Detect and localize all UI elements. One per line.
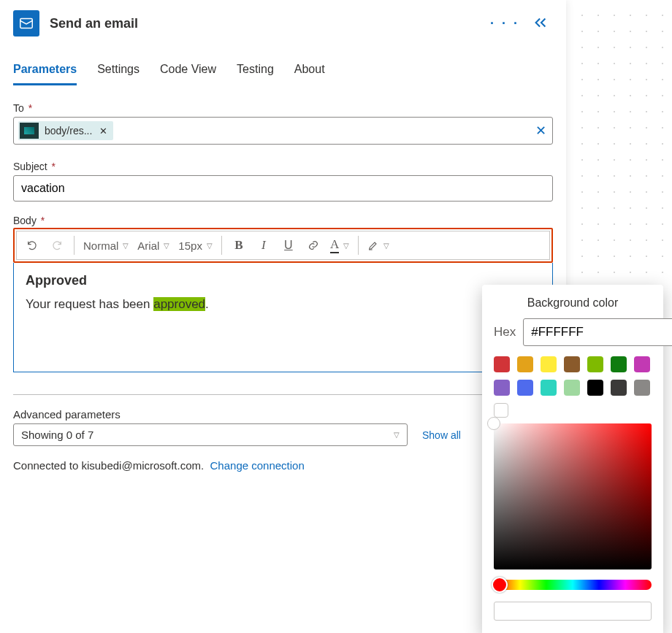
more-options-button[interactable]: · · · — [490, 16, 519, 31]
color-swatch[interactable] — [564, 356, 580, 372]
required-indicator: * — [26, 102, 32, 114]
color-swatch[interactable] — [517, 380, 533, 396]
connection-info: Connected to kisubedi@microsoft.com. Cha… — [13, 459, 553, 472]
tab-settings[interactable]: Settings — [97, 58, 140, 85]
advanced-parameters-label: Advanced parameters — [13, 408, 553, 421]
color-swatch[interactable] — [587, 356, 603, 372]
field-to: To * body/res... ✕ ✕ — [13, 102, 553, 145]
body-text-prefix: Your request has been — [26, 297, 153, 311]
color-swatch[interactable] — [611, 380, 627, 396]
toolbar-highlight-box: Normal▽ Arial▽ 15px▽ B I U A▽ ▽ — [13, 228, 553, 263]
outlook-icon — [13, 10, 39, 37]
color-swatch[interactable] — [587, 380, 603, 396]
chevron-down-icon: ▽ — [164, 242, 169, 250]
connection-prefix: Connected to — [13, 459, 81, 472]
font-color-button[interactable]: A▽ — [327, 234, 352, 256]
font-size-dropdown[interactable]: 15px▽ — [175, 234, 215, 256]
color-swatch[interactable] — [564, 380, 580, 396]
redo-button[interactable] — [46, 234, 68, 256]
preset-swatches — [494, 356, 652, 396]
color-swatch[interactable] — [541, 356, 557, 372]
font-family-value: Arial — [137, 239, 159, 252]
color-swatch[interactable] — [494, 356, 510, 372]
advanced-dropdown-text: Showing 0 of 7 — [21, 429, 93, 441]
action-panel: Send an email · · · Parameters Settings … — [0, 0, 566, 633]
font-family-dropdown[interactable]: Arial▽ — [134, 234, 172, 256]
advanced-parameters-dropdown[interactable]: Showing 0 of 7 ▽ — [13, 423, 408, 446]
token-label: body/res... — [45, 125, 92, 137]
highlight-color-button[interactable]: ▽ — [364, 234, 392, 256]
color-swatch[interactable] — [634, 356, 650, 372]
to-input[interactable]: body/res... ✕ ✕ — [13, 117, 553, 145]
chevron-down-icon: ▽ — [207, 242, 213, 250]
field-body: Body * Normal▽ Arial▽ 15px▽ B I U — [13, 215, 553, 372]
toolbar-separator — [358, 236, 359, 255]
italic-button[interactable]: I — [253, 234, 275, 256]
underline-button[interactable]: U — [278, 234, 299, 256]
toolbar-separator — [74, 236, 75, 255]
connection-account: kisubedi@microsoft.com. — [81, 459, 204, 472]
hue-thumb[interactable] — [492, 577, 508, 593]
body-heading: Approved — [26, 273, 541, 288]
body-text-suffix: . — [205, 297, 209, 311]
tab-bar: Parameters Settings Code View Testing Ab… — [13, 58, 553, 86]
label-body-text: Body — [13, 215, 37, 226]
subject-input[interactable] — [13, 175, 553, 202]
color-swatch[interactable] — [634, 380, 650, 396]
color-swatch[interactable] — [494, 380, 510, 396]
change-connection-link[interactable]: Change connection — [210, 459, 305, 472]
panel-title: Send an email — [50, 16, 490, 31]
chevron-down-icon: ▽ — [383, 242, 389, 250]
collapse-panel-button[interactable] — [532, 17, 549, 31]
advanced-parameters-row: Showing 0 of 7 ▽ Show all — [13, 423, 553, 446]
picker-title: Background color — [494, 296, 652, 310]
color-swatch[interactable] — [611, 356, 627, 372]
chevron-down-icon: ▽ — [343, 242, 349, 250]
color-swatch[interactable] — [517, 356, 533, 372]
body-highlighted-text: approved — [153, 297, 205, 311]
hex-input[interactable] — [523, 318, 672, 346]
token-icon — [20, 123, 39, 139]
required-indicator: * — [38, 215, 45, 226]
saturation-picker[interactable] — [494, 423, 652, 569]
link-button[interactable] — [302, 234, 324, 256]
section-divider — [13, 394, 553, 395]
required-indicator: * — [49, 161, 56, 172]
rich-text-toolbar: Normal▽ Arial▽ 15px▽ B I U A▽ ▽ — [16, 231, 550, 260]
clear-input-button[interactable]: ✕ — [535, 123, 546, 139]
field-subject: Subject * — [13, 161, 553, 202]
color-swatch[interactable] — [541, 380, 557, 396]
dynamic-content-token[interactable]: body/res... ✕ — [18, 121, 113, 140]
tab-code-view[interactable]: Code View — [160, 58, 216, 85]
label-to-text: To — [13, 102, 24, 114]
chevron-down-icon: ▽ — [394, 431, 400, 439]
tab-testing[interactable]: Testing — [237, 58, 274, 85]
svg-rect-0 — [20, 19, 33, 28]
body-editor[interactable]: Approved Your request has been approved. — [13, 263, 553, 372]
toolbar-separator — [221, 236, 222, 255]
panel-header: Send an email · · · — [13, 0, 553, 45]
saturation-thumb[interactable] — [487, 417, 500, 430]
label-subject-text: Subject — [13, 161, 47, 172]
bold-button[interactable]: B — [228, 234, 250, 256]
paragraph-style-dropdown[interactable]: Normal▽ — [80, 234, 131, 256]
label-to: To * — [13, 102, 553, 114]
hue-slider[interactable] — [494, 580, 652, 590]
token-remove-button[interactable]: ✕ — [99, 126, 107, 137]
hex-label: Hex — [494, 325, 516, 339]
tab-about[interactable]: About — [294, 58, 325, 85]
paragraph-style-value: Normal — [83, 239, 118, 252]
label-subject: Subject * — [13, 161, 553, 172]
alpha-input[interactable] — [494, 602, 652, 621]
hex-input-row: Hex — [494, 318, 652, 346]
tab-parameters[interactable]: Parameters — [13, 58, 77, 85]
undo-button[interactable] — [21, 234, 43, 256]
background-color-picker: Background color Hex — [482, 285, 663, 633]
extra-swatch[interactable] — [494, 403, 508, 418]
body-paragraph: Your request has been approved. — [26, 297, 541, 312]
label-body: Body * — [13, 215, 553, 226]
show-all-link[interactable]: Show all — [422, 429, 461, 441]
chevron-down-icon: ▽ — [123, 242, 129, 250]
font-size-value: 15px — [178, 239, 202, 252]
